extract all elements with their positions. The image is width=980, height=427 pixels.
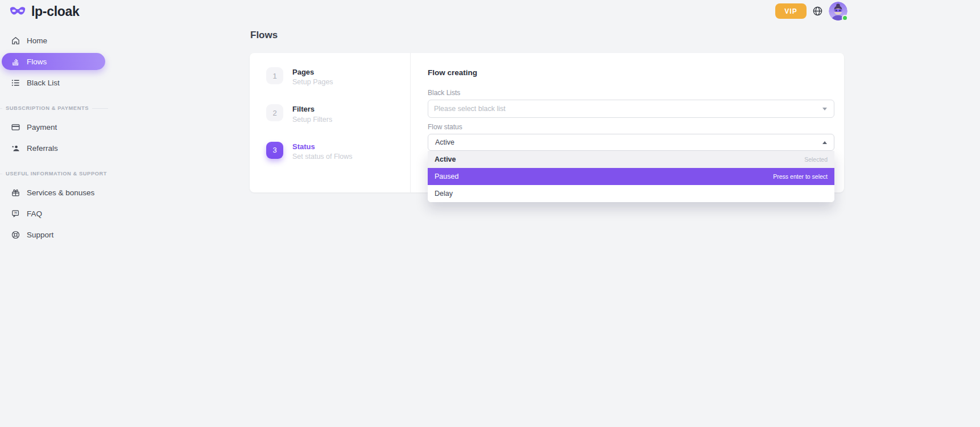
credit-card-icon (11, 122, 20, 132)
section-title: SUBSCRIPTION & PAYMENTS (6, 105, 89, 111)
step-subtitle: Setup Pages (292, 78, 333, 86)
step-title: Status (292, 142, 353, 151)
language-globe-icon[interactable] (812, 6, 823, 17)
sidebar-item-services-bonuses[interactable]: Services & bonuses (0, 184, 119, 201)
sidebar-item-home[interactable]: Home (0, 32, 119, 49)
flow-status-select-wrap: Active Active Selected Paused Press ente… (428, 134, 834, 151)
lifebuoy-icon (11, 230, 20, 240)
chevron-up-icon (822, 141, 827, 144)
sidebar-item-label: Flows (27, 58, 47, 66)
step-number-badge: 2 (266, 104, 283, 121)
sidebar-item-label: FAQ (27, 210, 42, 218)
gift-icon (11, 188, 20, 198)
black-lists-select[interactable] (428, 100, 834, 118)
option-label: Delay (435, 190, 453, 198)
sidebar-item-flows[interactable]: Flows (2, 53, 105, 70)
app-name: lp-cloak (31, 4, 80, 19)
sidebar-item-label: Services & bonuses (27, 188, 94, 197)
step-pages[interactable]: 1 Pages Setup Pages (266, 67, 410, 86)
sidebar-item-payment[interactable]: Payment (0, 118, 119, 136)
section-subscription-payments: SUBSCRIPTION & PAYMENTS (0, 105, 108, 112)
user-avatar[interactable] (829, 2, 847, 20)
flow-creating-panel: Flow creating Black Lists Flow status Ac… (411, 53, 844, 192)
black-lists-input[interactable] (434, 105, 822, 113)
sidebar-item-label: Payment (27, 123, 57, 132)
flow-wizard-card: 1 Pages Setup Pages 2 Filters Setup Filt… (250, 53, 844, 192)
step-number-badge: 1 (266, 67, 283, 84)
topbar-right: VIP (775, 2, 847, 20)
main-content: Flows 1 Pages Setup Pages 2 Filters Setu… (250, 30, 844, 192)
sidebar-item-label: Black List (27, 79, 60, 87)
option-active[interactable]: Active Selected (428, 151, 834, 168)
faq-bubble-icon: ?! (11, 209, 20, 219)
step-title: Filters (292, 105, 332, 114)
flows-stack-icon (11, 57, 20, 67)
step-subtitle: Setup Filters (292, 116, 332, 124)
sidebar-nav: Home Flows Black List SUBSCRIPTION & PAY… (0, 32, 119, 247)
step-number-badge: 3 (266, 142, 283, 159)
option-label: Active (435, 155, 456, 163)
option-hint: Press enter to select (773, 173, 828, 180)
option-label: Paused (435, 173, 458, 180)
section-title: USEFUL INFORMATION & SUPPORT (6, 171, 107, 176)
sidebar: lp-cloak Home Flows Black List SUBSCRIPT… (0, 0, 119, 427)
step-status[interactable]: 3 Status Set status of Flows (266, 142, 410, 161)
vip-button[interactable]: VIP (775, 3, 807, 19)
sidebar-item-label: Support (27, 231, 53, 239)
sidebar-item-label: Home (27, 36, 47, 45)
svg-text:?!: ?! (14, 211, 17, 215)
option-hint: Selected (804, 156, 828, 163)
flow-status-label: Flow status (428, 123, 834, 131)
home-icon (11, 36, 20, 46)
online-status-dot (842, 15, 848, 21)
mask-logo-icon (9, 6, 26, 18)
sidebar-item-black-list[interactable]: Black List (0, 74, 119, 91)
step-filters[interactable]: 2 Filters Setup Filters (266, 104, 410, 123)
section-useful-information: USEFUL INFORMATION & SUPPORT (0, 170, 108, 177)
sidebar-item-support[interactable]: Support (0, 226, 119, 243)
flow-status-value: Active (435, 138, 454, 146)
page-title: Flows (250, 30, 844, 41)
step-subtitle: Set status of Flows (292, 153, 353, 161)
sidebar-item-referrals[interactable]: Referrals (0, 139, 119, 157)
black-lists-label: Black Lists (428, 89, 834, 97)
sidebar-item-faq[interactable]: ?! FAQ (0, 205, 119, 222)
flow-status-dropdown: Active Selected Paused Press enter to se… (428, 151, 834, 202)
step-title: Pages (292, 68, 333, 77)
panel-title: Flow creating (428, 68, 834, 77)
option-paused[interactable]: Paused Press enter to select (428, 168, 834, 185)
option-delay[interactable]: Delay (428, 185, 834, 202)
referral-user-icon (11, 143, 20, 153)
chevron-down-icon (822, 108, 827, 110)
list-icon (11, 78, 20, 88)
app-logo[interactable]: lp-cloak (9, 4, 80, 19)
wizard-steps-panel: 1 Pages Setup Pages 2 Filters Setup Filt… (250, 53, 411, 192)
flow-status-select[interactable]: Active (428, 134, 834, 151)
sidebar-item-label: Referrals (27, 144, 58, 153)
